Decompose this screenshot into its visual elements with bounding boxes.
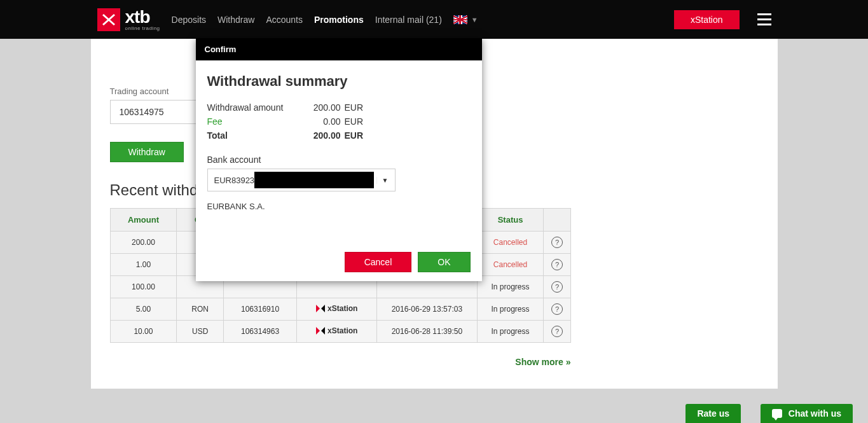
cancel-button[interactable]: Cancel xyxy=(345,252,412,272)
topbar-inner: xtb online trading Deposits Withdraw Acc… xyxy=(91,8,778,31)
cell-date: 2016-06-29 13:57:03 xyxy=(377,298,477,321)
withdrawal-amount-label: Withdrawal amount xyxy=(207,102,303,113)
cell-help: ? xyxy=(544,321,570,343)
cell-date: 2016-06-28 11:39:50 xyxy=(377,321,477,343)
cell-status: Cancelled xyxy=(477,232,544,254)
xstation-app: xStation xyxy=(316,304,357,313)
withdrawal-amount-currency: EUR xyxy=(345,102,364,113)
total-row: Total 200.00 EUR xyxy=(207,130,471,141)
bank-account-label: Bank account xyxy=(207,155,471,165)
logo-icon[interactable] xyxy=(97,8,120,31)
withdrawal-amount-row: Withdrawal amount 200.00 EUR xyxy=(207,102,471,113)
cell-amount: 100.00 xyxy=(110,276,177,298)
uk-flag-icon xyxy=(453,15,467,24)
xstation-icon xyxy=(316,304,325,313)
fee-label: Fee xyxy=(207,116,303,127)
xstation-button[interactable]: xStation xyxy=(674,10,740,29)
topbar: xtb online trading Deposits Withdraw Acc… xyxy=(0,0,868,39)
show-more-link[interactable]: Show more » xyxy=(515,357,570,367)
cell-amount: 1.00 xyxy=(110,254,177,276)
cell-id: 106314963 xyxy=(223,321,296,343)
fee-row: Fee 0.00 EUR xyxy=(207,116,471,127)
total-currency: EUR xyxy=(345,130,364,141)
withdrawal-amount-value: 200.00 xyxy=(303,102,341,113)
brand-main: xtb xyxy=(125,8,160,26)
cell-app: xStation xyxy=(297,298,377,321)
cell-status: Cancelled xyxy=(477,254,544,276)
table-row: 5.00RON106316910xStation2016-06-29 13:57… xyxy=(110,298,570,321)
nav-internal-mail[interactable]: Internal mail (21) xyxy=(375,15,442,25)
xstation-icon xyxy=(316,326,325,335)
total-value: 200.00 xyxy=(303,130,341,141)
brand-sub: online trading xyxy=(125,26,160,31)
ok-button[interactable]: OK xyxy=(418,252,470,272)
fee-currency: EUR xyxy=(345,116,364,127)
modal-body: Withdrawal summary Withdrawal amount 200… xyxy=(196,60,482,220)
confirm-modal: Confirm Withdrawal summary Withdrawal am… xyxy=(196,38,482,281)
table-row: 10.00USD106314963xStation2016-06-28 11:3… xyxy=(110,321,570,343)
cell-amount: 200.00 xyxy=(110,232,177,254)
bank-name: EURBANK S.A. xyxy=(207,202,471,211)
cell-status: In progress xyxy=(477,276,544,298)
nav-promotions[interactable]: Promotions xyxy=(314,15,364,25)
content: Trading account 106314975 Withdraw Recen… xyxy=(91,39,778,367)
bank-account-select[interactable]: EUR83923 ▼ xyxy=(207,169,396,191)
brand[interactable]: xtb online trading xyxy=(125,8,160,31)
cell-currency: RON xyxy=(177,298,223,321)
cell-help: ? xyxy=(544,254,570,276)
nav-withdraw[interactable]: Withdraw xyxy=(217,15,254,25)
cell-amount: 10.00 xyxy=(110,321,177,343)
fee-value: 0.00 xyxy=(303,116,341,127)
cell-currency: USD xyxy=(177,321,223,343)
help-icon[interactable]: ? xyxy=(551,259,563,270)
page: Trading account 106314975 Withdraw Recen… xyxy=(91,39,778,389)
help-icon[interactable]: ? xyxy=(551,303,563,315)
nav-deposits[interactable]: Deposits xyxy=(172,15,206,25)
cell-status: In progress xyxy=(477,321,544,343)
col-status: Status xyxy=(477,209,544,232)
trading-account-input[interactable]: 106314975 xyxy=(110,100,199,124)
chevron-down-icon: ▼ xyxy=(376,177,394,184)
show-more-wrap: Show more » xyxy=(110,343,571,367)
modal-title: Withdrawal summary xyxy=(207,73,471,90)
xstation-app: xStation xyxy=(316,326,357,335)
help-icon[interactable]: ? xyxy=(551,281,563,293)
total-label: Total xyxy=(207,130,303,141)
cell-help: ? xyxy=(544,276,570,298)
cell-help: ? xyxy=(544,298,570,321)
language-selector[interactable]: ▼ xyxy=(453,15,478,24)
col-amount: Amount xyxy=(110,209,177,232)
cell-amount: 5.00 xyxy=(110,298,177,321)
hamburger-menu-icon[interactable] xyxy=(757,13,771,25)
cell-status: In progress xyxy=(477,298,544,321)
cell-id: 106316910 xyxy=(223,298,296,321)
cell-help: ? xyxy=(544,232,570,254)
modal-actions: Cancel OK xyxy=(196,220,482,281)
bank-account-value: EUR83923 xyxy=(214,176,255,185)
col-help xyxy=(544,209,570,232)
chevron-down-icon: ▼ xyxy=(471,16,478,24)
modal-header: Confirm xyxy=(196,38,482,60)
help-icon[interactable]: ? xyxy=(551,326,563,337)
help-icon[interactable]: ? xyxy=(551,237,563,248)
nav-accounts[interactable]: Accounts xyxy=(266,15,303,25)
withdraw-button[interactable]: Withdraw xyxy=(110,142,184,162)
bank-account-masked xyxy=(254,172,374,188)
cell-app: xStation xyxy=(297,321,377,343)
